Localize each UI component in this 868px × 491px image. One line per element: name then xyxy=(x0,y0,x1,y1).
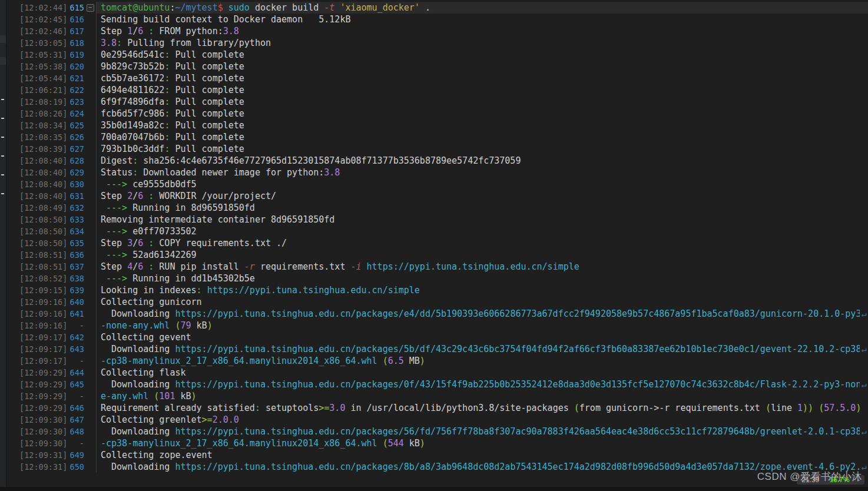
line-number: 639 xyxy=(68,284,84,296)
line-number: 640 xyxy=(68,296,84,308)
log-row: [12:08:40]629Status: Downloaded newer im… xyxy=(6,167,868,178)
log-token xyxy=(202,285,207,296)
log-token: 1 xyxy=(797,403,803,413)
fold-column xyxy=(84,296,96,308)
log-row: [12:08:39]627793b1b0c3ddf: Pull complete xyxy=(6,143,868,155)
log-token: MB xyxy=(404,356,420,366)
log-token: : xyxy=(132,167,138,178)
fold-toggle-icon[interactable]: − xyxy=(87,4,94,12)
log-token: 3.8 xyxy=(101,38,117,48)
timestamp: [12:09:30] xyxy=(6,437,68,449)
log-row: [12:09:16]640Collecting gunicorn xyxy=(6,296,868,308)
log-token: ( xyxy=(383,356,388,366)
log-token: WORKDIR /your/project/ xyxy=(154,191,276,201)
log-token: 2 xyxy=(127,191,132,201)
log-token: Collecting gunicorn xyxy=(101,297,202,307)
timestamp: [12:02:44] xyxy=(6,2,68,14)
log-token xyxy=(101,226,106,237)
fold-column xyxy=(84,402,96,414)
log-token: 544 xyxy=(388,438,404,449)
left-panel-tick xyxy=(1,193,4,194)
log-token: ) xyxy=(420,438,425,449)
timestamp: [12:09:16] xyxy=(6,320,68,331)
fold-column xyxy=(84,49,96,61)
log-row: [12:08:51]636 ---> 52ad61342269 xyxy=(6,249,868,261)
log-token: 1 xyxy=(127,26,132,37)
log-token xyxy=(143,238,148,248)
log-token: ( xyxy=(819,403,824,413)
log-token: https://pypi.tuna.tsinghua.edu.cn/simple xyxy=(367,261,579,272)
log-token: ( xyxy=(574,403,579,413)
log-text: Downloading https://pypi.tuna.tsinghua.e… xyxy=(96,379,868,390)
log-token: e-any.whl xyxy=(101,391,148,402)
left-panel-tick xyxy=(1,155,4,157)
line-number: 624 xyxy=(68,108,84,120)
log-token: -i xyxy=(350,261,361,272)
log-text: Looking in indexes: https://pypi.tuna.ts… xyxy=(96,284,868,296)
log-token: Status xyxy=(101,167,132,178)
log-token: https://pypi.tuna.tsinghua.edu.cn/packag… xyxy=(175,308,861,319)
log-token: COPY requirements.txt ./ xyxy=(154,238,287,248)
log-token: 3.0 xyxy=(329,403,345,413)
fold-column xyxy=(84,320,96,331)
fold-column xyxy=(84,143,96,155)
log-token: kB xyxy=(191,320,207,331)
log-text: Step 3/6 : COPY requirements.txt ./ xyxy=(96,237,868,249)
timestamp: [12:09:29] xyxy=(6,402,68,414)
log-row: [12:02:45]616Sending build context to Do… xyxy=(6,14,868,25)
log-token: : xyxy=(255,403,260,413)
log-token: ) xyxy=(207,320,213,331)
log-text: ---> 52ad61342269 xyxy=(96,249,868,261)
timestamp: [12:08:26] xyxy=(6,108,68,120)
log-token: Pull complete xyxy=(170,97,244,107)
timestamp: [12:08:34] xyxy=(6,120,68,131)
log-token: https://pypi.tuna.tsinghua.edu.cn/packag… xyxy=(175,344,861,354)
log-text: e-any.whl (101 kB) xyxy=(96,390,868,402)
log-token: requirements.txt xyxy=(255,261,351,272)
log-row: [12:02:46]617Step 1/6 : FROM python:3.8 xyxy=(6,25,868,37)
fold-column xyxy=(84,14,96,25)
fold-column xyxy=(84,261,96,273)
log-row: [12:08:26]624fcb6d5f7c986: Pull complete xyxy=(6,108,868,120)
log-token: fcb6d5f7c986 xyxy=(101,108,164,119)
log-row: [12:09:29]645 Downloading https://pypi.t… xyxy=(6,379,868,390)
log-token: Step xyxy=(101,238,127,248)
log-token: 2.0.0 xyxy=(213,414,239,425)
terminal-log[interactable]: [12:02:44]615−tomcat@ubuntu:~/mytest$ su… xyxy=(6,2,868,473)
log-token: 52ad61342269 xyxy=(127,250,196,260)
log-text: 35b0d149a82c: Pull complete xyxy=(96,120,868,131)
log-token: sudo xyxy=(228,2,250,13)
line-number: 616 xyxy=(68,14,84,25)
log-token: in /usr/local/lib/python3.8/site-package… xyxy=(345,403,574,413)
line-number: 644 xyxy=(68,367,84,379)
log-row: [12:09:30]648 Downloading https://pypi.t… xyxy=(6,426,868,437)
log-token: 35b0d149a82c xyxy=(101,120,164,131)
timestamp: [12:08:19] xyxy=(6,96,68,108)
log-token: ( xyxy=(154,391,159,402)
log-token: Sending build context to Docker daemon 5… xyxy=(101,14,350,25)
log-text: fcb6d5f7c986: Pull complete xyxy=(96,108,868,120)
log-text: Step 2/6 : WORKDIR /your/project/ xyxy=(96,190,868,202)
log-token: ~/mytest xyxy=(175,2,217,13)
log-text: 6494e4811622: Pull complete xyxy=(96,84,868,96)
log-token xyxy=(813,403,819,413)
left-panel-tick xyxy=(1,174,4,175)
log-text: Collecting greenlet>=2.0.0 xyxy=(96,414,868,426)
log-token: ) xyxy=(191,391,197,402)
timestamp: [12:08:39] xyxy=(6,143,68,155)
line-number: 642 xyxy=(68,331,84,343)
log-token: ---> xyxy=(106,179,127,190)
left-panel-block xyxy=(0,35,6,43)
log-token: Running in dd1b45302b5e xyxy=(127,273,255,284)
log-token: ---> xyxy=(106,250,127,260)
left-panel-block xyxy=(0,57,6,65)
log-token: https://pypi.tuna.tsinghua.edu.cn/simple xyxy=(207,285,420,296)
log-token: Collecting gevent xyxy=(101,332,191,343)
log-token: 'xiaomu_docker' xyxy=(340,2,419,13)
log-token: / xyxy=(132,238,138,248)
log-token: Downloading xyxy=(101,379,175,390)
log-token: Pull complete xyxy=(170,85,244,95)
log-token: e0ff70733502 xyxy=(127,226,196,237)
log-token: -cp38-manylinux_2_17_x86_64.manylinux201… xyxy=(101,438,377,449)
log-token: : xyxy=(148,26,154,37)
